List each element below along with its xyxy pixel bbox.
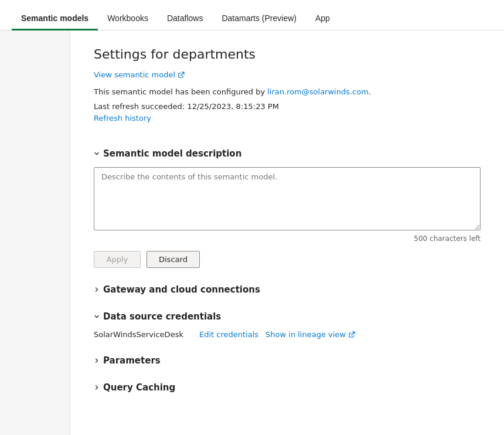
data-source-name: SolarWindsServiceDesk	[94, 330, 188, 339]
content-area: Settings for departments View semantic m…	[70, 30, 504, 435]
discard-button[interactable]: Discard	[147, 251, 200, 268]
lineage-external-icon	[348, 331, 355, 338]
data-source-actions: Edit credentials Show in lineage view	[199, 330, 355, 339]
apply-button[interactable]: Apply	[94, 251, 141, 268]
last-refresh-info: Last refresh succeeded: 12/25/2023, 8:15…	[94, 102, 481, 111]
show-lineage-link[interactable]: Show in lineage view	[265, 330, 355, 339]
tab-semantic-models[interactable]: Semantic models	[12, 5, 98, 30]
parameters-section-header[interactable]: Parameters	[94, 355, 481, 366]
tab-app[interactable]: App	[306, 5, 339, 30]
query-caching-chevron-icon	[94, 385, 100, 390]
char-count: 500 characters left	[94, 235, 481, 243]
nav-tabs: Semantic models Workbooks Dataflows Data…	[0, 0, 504, 30]
data-source-section-header[interactable]: Data source credentials	[94, 311, 481, 322]
external-link-icon	[178, 72, 185, 79]
parameters-chevron-icon	[94, 358, 100, 363]
gateway-section: Gateway and cloud connections	[94, 284, 481, 295]
view-semantic-model-link[interactable]: View semantic model	[94, 70, 185, 79]
data-source-chevron-icon	[94, 314, 100, 320]
page-title: Settings for departments	[94, 47, 481, 62]
tab-datamarts[interactable]: Datamarts (Preview)	[212, 5, 306, 30]
data-source-section: Data source credentials SolarWindsServic…	[94, 311, 481, 339]
edit-credentials-link[interactable]: Edit credentials	[199, 330, 258, 339]
description-textarea[interactable]	[94, 167, 481, 230]
main-layout: Settings for departments View semantic m…	[0, 30, 504, 435]
tab-dataflows[interactable]: Dataflows	[158, 5, 212, 30]
description-chevron-icon	[94, 151, 100, 157]
refresh-history-link[interactable]: Refresh history	[94, 114, 151, 123]
parameters-section: Parameters	[94, 355, 481, 366]
config-email-link[interactable]: liran.rom@solarwinds.com	[267, 87, 369, 96]
data-source-row: SolarWindsServiceDesk Edit credentials S…	[94, 330, 481, 339]
query-caching-section-header[interactable]: Query Caching	[94, 382, 481, 393]
sidebar	[0, 30, 70, 435]
gateway-chevron-icon	[94, 287, 100, 293]
query-caching-section: Query Caching	[94, 382, 481, 393]
description-section-header[interactable]: Semantic model description	[94, 148, 481, 159]
gateway-section-header[interactable]: Gateway and cloud connections	[94, 284, 481, 295]
tab-workbooks[interactable]: Workbooks	[98, 5, 158, 30]
config-text: This semantic model has been configured …	[94, 87, 481, 96]
description-buttons: Apply Discard	[94, 251, 481, 268]
description-section: Semantic model description 500 character…	[94, 148, 481, 268]
